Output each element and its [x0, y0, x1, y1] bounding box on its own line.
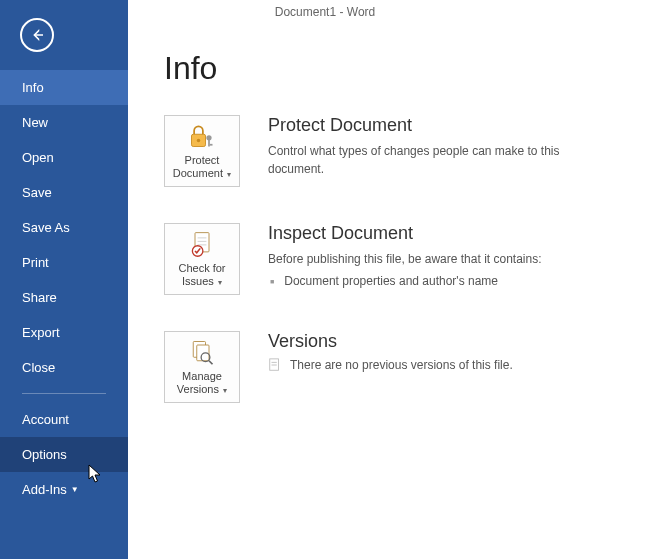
- manage-versions-button[interactable]: Manage Versions ▾: [164, 331, 240, 403]
- section-inspect: Check for Issues ▾ Inspect Document Befo…: [164, 223, 614, 295]
- nav-item-open[interactable]: Open: [0, 140, 128, 175]
- chevron-down-icon: ▼: [71, 485, 79, 494]
- info-page: Info Protect Document ▾ Protect Document…: [128, 0, 650, 559]
- protect-document-button[interactable]: Protect Document ▾: [164, 115, 240, 187]
- window-title: Document1 - Word: [0, 0, 650, 24]
- nav-separator: [22, 393, 106, 394]
- nav-item-info[interactable]: Info: [0, 70, 128, 105]
- nav-item-close[interactable]: Close: [0, 350, 128, 385]
- svg-rect-0: [35, 34, 43, 36]
- backstage-sidebar: Info New Open Save Save As Print Share E…: [0, 0, 128, 559]
- lock-key-icon: [188, 122, 216, 150]
- document-icon: [268, 358, 282, 372]
- nav-item-options[interactable]: Options: [0, 437, 128, 472]
- chevron-down-icon: ▾: [221, 386, 227, 395]
- inspect-items: Document properties and author's name: [268, 272, 614, 290]
- chevron-down-icon: ▾: [225, 170, 231, 179]
- nav-item-account[interactable]: Account: [0, 402, 128, 437]
- versions-none: There are no previous versions of this f…: [268, 358, 614, 372]
- protect-title: Protect Document: [268, 115, 614, 136]
- inspect-desc: Before publishing this file, be aware th…: [268, 250, 614, 268]
- check-issues-button[interactable]: Check for Issues ▾: [164, 223, 240, 295]
- page-title: Info: [164, 50, 614, 87]
- nav-item-export[interactable]: Export: [0, 315, 128, 350]
- nav-item-share[interactable]: Share: [0, 280, 128, 315]
- nav-item-save-as[interactable]: Save As: [0, 210, 128, 245]
- nav-item-save[interactable]: Save: [0, 175, 128, 210]
- documents-magnify-icon: [188, 338, 216, 366]
- nav-footer: Account Options Add-Ins▼: [0, 402, 128, 507]
- inspect-title: Inspect Document: [268, 223, 614, 244]
- svg-line-14: [209, 361, 213, 365]
- versions-title: Versions: [268, 331, 614, 352]
- nav-item-new[interactable]: New: [0, 105, 128, 140]
- svg-rect-5: [210, 144, 213, 146]
- nav-main: Info New Open Save Save As Print Share E…: [0, 70, 128, 385]
- protect-desc: Control what types of changes people can…: [268, 142, 614, 178]
- inspect-item: Document properties and author's name: [268, 272, 614, 290]
- document-check-icon: [188, 230, 216, 258]
- section-protect: Protect Document ▾ Protect Document Cont…: [164, 115, 614, 187]
- section-versions: Manage Versions ▾ Versions There are no …: [164, 331, 614, 403]
- back-arrow-icon: [28, 26, 46, 44]
- chevron-down-icon: ▾: [216, 278, 222, 287]
- svg-point-2: [197, 138, 201, 142]
- svg-rect-4: [208, 139, 210, 146]
- nav-item-print[interactable]: Print: [0, 245, 128, 280]
- nav-item-addins[interactable]: Add-Ins▼: [0, 472, 128, 507]
